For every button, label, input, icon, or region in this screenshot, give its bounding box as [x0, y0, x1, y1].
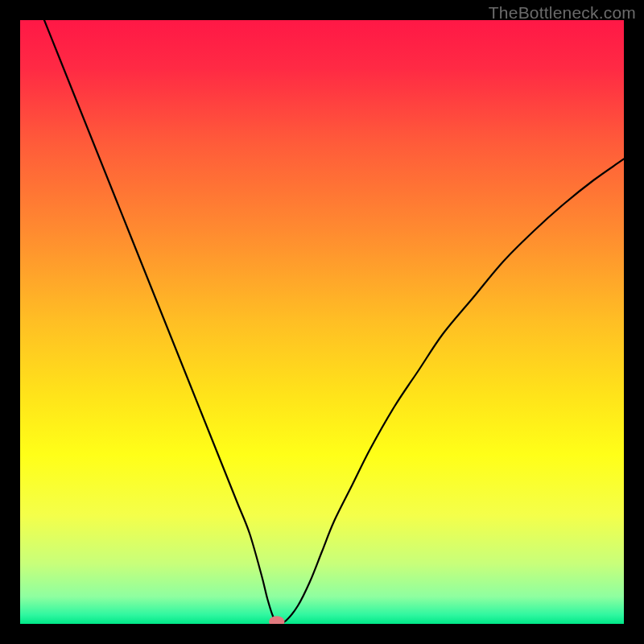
plot-area [20, 20, 624, 624]
chart-svg [20, 20, 624, 624]
optimum-marker [269, 616, 285, 624]
watermark-text: TheBottleneck.com [489, 3, 636, 23]
bottleneck-curve [44, 20, 624, 623]
outer-frame: TheBottleneck.com [0, 0, 644, 644]
